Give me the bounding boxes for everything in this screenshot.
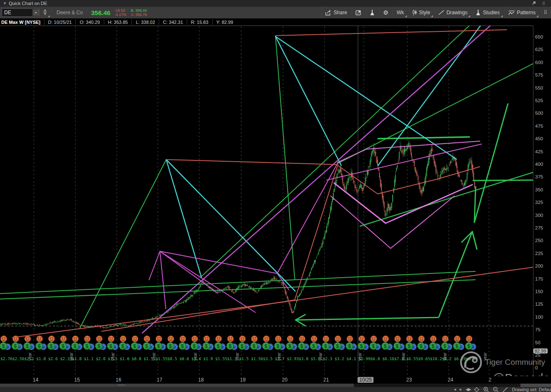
- x-axis-tick: 16: [116, 377, 121, 383]
- y-axis-tick: 400: [535, 162, 543, 167]
- quote-tool-button[interactable]: [39, 7, 51, 18]
- svg-text:$10.2: $10.2: [430, 356, 442, 361]
- svg-text:$: $: [109, 343, 112, 349]
- svg-text:$: $: [336, 343, 339, 349]
- x-axis-tick: 18: [198, 377, 203, 383]
- svg-text:$: $: [467, 343, 470, 349]
- svg-text:$: $: [229, 343, 232, 349]
- price-axis[interactable]: 6506256005755505255004754504254003753503…: [534, 26, 551, 376]
- chart-area[interactable]: yearyearyearyearyearyearyearyearyearyear…: [0, 26, 551, 376]
- svg-text:$3.8: $3.8: [299, 356, 309, 361]
- drawing-line[interactable]: [13, 267, 533, 338]
- svg-text:$: $: [85, 343, 88, 349]
- zoom-out-icon[interactable]: [493, 387, 499, 392]
- svg-text:$2.7: $2.7: [275, 356, 285, 361]
- drawing-line[interactable]: [474, 104, 508, 222]
- svg-text:$: $: [38, 343, 41, 349]
- y-axis-tick: 600: [535, 60, 543, 65]
- x-axis-tick: 23: [406, 377, 412, 383]
- svg-text:$: $: [408, 343, 411, 349]
- symbol-input-box[interactable]: ▼: [2, 8, 39, 17]
- svg-text:$2.56: $2.56: [13, 356, 25, 361]
- svg-text:$1.5: $1.5: [239, 356, 249, 361]
- style-button[interactable]: Style: [408, 7, 435, 18]
- zoom-in-icon[interactable]: [483, 387, 489, 392]
- svg-text:$1.55: $1.55: [215, 356, 227, 361]
- drawing-line[interactable]: [296, 317, 438, 320]
- drawing-line[interactable]: [276, 36, 456, 159]
- studies-button[interactable]: Studies: [471, 7, 504, 18]
- symbol-input[interactable]: [2, 10, 32, 15]
- collapse-chevron-icon[interactable]: ▼: [3, 1, 7, 5]
- grid-menu-icon[interactable]: ⠿: [542, 1, 545, 6]
- patterns-button[interactable]: Patterns: [504, 7, 540, 18]
- chart-scrollbar[interactable]: ◂: [0, 384, 551, 387]
- step-forward-icon[interactable]: ▸: [460, 387, 462, 392]
- pin-icon[interactable]: [532, 1, 536, 6]
- crosshair-layer: [0, 26, 533, 376]
- news-calendar-button[interactable]: [351, 7, 366, 18]
- candles-layer: [0, 141, 476, 329]
- svg-text:$1.3: $1.3: [227, 356, 237, 361]
- chart-canvas[interactable]: yearyearyearyearyearyearyearyearyearyear…: [0, 26, 533, 376]
- y-axis-tick: 350: [535, 187, 543, 192]
- more-grid-button[interactable]: ⠿: [540, 7, 551, 18]
- status-bar: ◂ ▸ ◀▶ Drawing set: Defau: [0, 387, 551, 392]
- drawing-line[interactable]: [276, 36, 295, 280]
- scrollbar-right-segment[interactable]: [520, 384, 551, 387]
- svg-text:$1.1: $1.1: [84, 356, 94, 361]
- drawing-line[interactable]: [338, 165, 480, 194]
- svg-text:$: $: [133, 343, 136, 349]
- step-back-icon[interactable]: ◂: [454, 387, 456, 392]
- drawing-line[interactable]: [331, 196, 454, 248]
- drawing-line[interactable]: [160, 251, 218, 293]
- drawing-line[interactable]: [338, 64, 533, 163]
- y-axis-tick: 175: [535, 276, 543, 281]
- svg-text:$2.99: $2.99: [358, 356, 371, 361]
- drawing-line[interactable]: [80, 160, 166, 329]
- drawing-set-label: Drawing set: Defau: [512, 387, 551, 392]
- settings-button[interactable]: ⚙: [379, 7, 393, 18]
- bid: B: 356.44: [131, 8, 147, 13]
- svg-text:$1.8: $1.8: [36, 356, 46, 361]
- y-axis-tick: 375: [535, 174, 543, 179]
- time-axis[interactable]: 14151617181920212324210/25: [0, 376, 551, 384]
- drawing-line[interactable]: [276, 36, 341, 165]
- svg-text:$2.1: $2.1: [24, 356, 34, 361]
- draw-line-icon[interactable]: [502, 387, 508, 392]
- bid-ask-block: B: 356.44 A: 356.76: [131, 8, 147, 17]
- drawing-line[interactable]: [473, 180, 533, 181]
- grid-dots-icon: ⠿: [543, 10, 547, 15]
- candlestick-icon: [412, 10, 417, 15]
- drawing-line[interactable]: [149, 251, 160, 280]
- drawing-line[interactable]: [102, 300, 295, 331]
- svg-text:$: $: [26, 343, 29, 349]
- ohlc-field: C: 342.31: [159, 19, 187, 25]
- drawing-line[interactable]: [160, 251, 166, 309]
- svg-text:$: $: [181, 343, 184, 349]
- x-axis-tick: 17: [157, 377, 162, 383]
- svg-text:$2.0: $2.0: [96, 356, 106, 361]
- svg-text:$: $: [205, 343, 208, 349]
- drawing-line[interactable]: [295, 166, 337, 300]
- analysis-flask-button[interactable]: [366, 7, 379, 18]
- drawings-button[interactable]: Drawings: [434, 7, 471, 18]
- svg-text:$7.4: $7.4: [394, 356, 404, 361]
- tiger-logo-icon: [460, 351, 482, 374]
- x-axis-tick: 24: [448, 377, 453, 383]
- drawing-line[interactable]: [142, 26, 493, 333]
- timeframe-button[interactable]: Wk: [392, 7, 408, 18]
- svg-text:$3.5: $3.5: [263, 356, 273, 361]
- svg-text:$2.93: $2.93: [287, 356, 299, 361]
- drawing-line[interactable]: [276, 30, 507, 36]
- crosshair-tool-icon[interactable]: [474, 387, 479, 392]
- drawing-line[interactable]: [439, 232, 472, 317]
- patterns-icon: [508, 10, 515, 15]
- share-button[interactable]: Share: [321, 7, 351, 18]
- playback-speed-icon[interactable]: ◀▶: [466, 387, 470, 392]
- symbol-dropdown-button[interactable]: ▼: [32, 9, 39, 16]
- svg-text:$: $: [360, 343, 363, 349]
- svg-text:$1.56: $1.56: [251, 356, 263, 361]
- drawing-line[interactable]: [166, 160, 338, 165]
- scrollbar-thumb[interactable]: [0, 384, 354, 387]
